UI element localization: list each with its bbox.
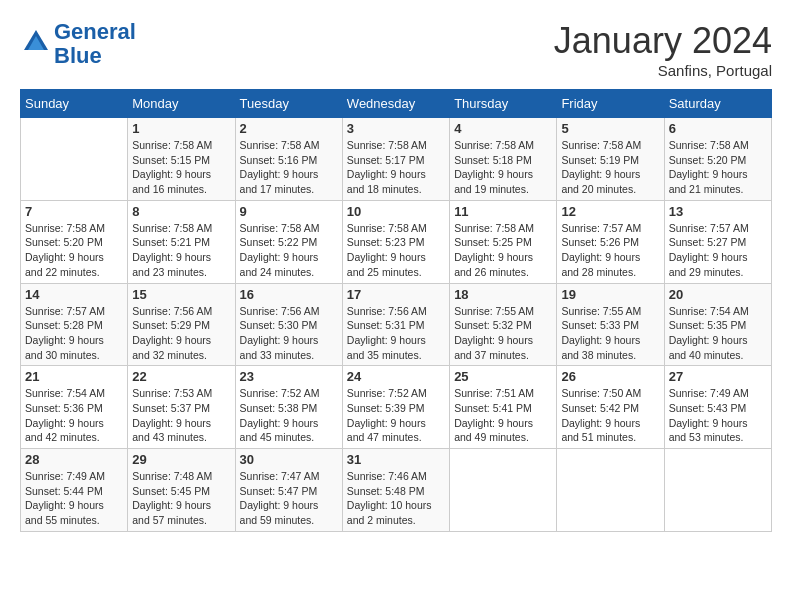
day-number: 31 [347,452,445,467]
location-subtitle: Sanfins, Portugal [554,62,772,79]
day-number: 4 [454,121,552,136]
day-number: 19 [561,287,659,302]
weekday-header: Thursday [450,90,557,118]
calendar-cell: 4Sunrise: 7:58 AM Sunset: 5:18 PM Daylig… [450,118,557,201]
day-info: Sunrise: 7:58 AM Sunset: 5:20 PM Dayligh… [669,138,767,197]
calendar-week-row: 14Sunrise: 7:57 AM Sunset: 5:28 PM Dayli… [21,283,772,366]
day-number: 17 [347,287,445,302]
day-info: Sunrise: 7:56 AM Sunset: 5:29 PM Dayligh… [132,304,230,363]
calendar-cell: 6Sunrise: 7:58 AM Sunset: 5:20 PM Daylig… [664,118,771,201]
day-info: Sunrise: 7:58 AM Sunset: 5:21 PM Dayligh… [132,221,230,280]
day-number: 14 [25,287,123,302]
day-info: Sunrise: 7:57 AM Sunset: 5:28 PM Dayligh… [25,304,123,363]
day-number: 8 [132,204,230,219]
calendar-week-row: 1Sunrise: 7:58 AM Sunset: 5:15 PM Daylig… [21,118,772,201]
calendar-week-row: 7Sunrise: 7:58 AM Sunset: 5:20 PM Daylig… [21,200,772,283]
day-number: 16 [240,287,338,302]
day-number: 12 [561,204,659,219]
day-info: Sunrise: 7:58 AM Sunset: 5:23 PM Dayligh… [347,221,445,280]
day-info: Sunrise: 7:58 AM Sunset: 5:20 PM Dayligh… [25,221,123,280]
logo-text: General Blue [54,20,136,68]
day-number: 7 [25,204,123,219]
calendar-cell: 7Sunrise: 7:58 AM Sunset: 5:20 PM Daylig… [21,200,128,283]
calendar-cell: 25Sunrise: 7:51 AM Sunset: 5:41 PM Dayli… [450,366,557,449]
day-number: 5 [561,121,659,136]
calendar-cell: 20Sunrise: 7:54 AM Sunset: 5:35 PM Dayli… [664,283,771,366]
calendar-cell: 9Sunrise: 7:58 AM Sunset: 5:22 PM Daylig… [235,200,342,283]
day-number: 21 [25,369,123,384]
calendar-cell: 13Sunrise: 7:57 AM Sunset: 5:27 PM Dayli… [664,200,771,283]
calendar-cell: 17Sunrise: 7:56 AM Sunset: 5:31 PM Dayli… [342,283,449,366]
calendar-cell: 15Sunrise: 7:56 AM Sunset: 5:29 PM Dayli… [128,283,235,366]
day-info: Sunrise: 7:58 AM Sunset: 5:17 PM Dayligh… [347,138,445,197]
calendar-cell: 3Sunrise: 7:58 AM Sunset: 5:17 PM Daylig… [342,118,449,201]
day-info: Sunrise: 7:58 AM Sunset: 5:25 PM Dayligh… [454,221,552,280]
calendar-cell: 18Sunrise: 7:55 AM Sunset: 5:32 PM Dayli… [450,283,557,366]
day-info: Sunrise: 7:46 AM Sunset: 5:48 PM Dayligh… [347,469,445,528]
weekday-header: Saturday [664,90,771,118]
calendar-cell: 29Sunrise: 7:48 AM Sunset: 5:45 PM Dayli… [128,449,235,532]
logo-icon [20,28,52,60]
logo: General Blue [20,20,136,68]
weekday-header: Friday [557,90,664,118]
day-number: 22 [132,369,230,384]
day-number: 1 [132,121,230,136]
day-info: Sunrise: 7:54 AM Sunset: 5:35 PM Dayligh… [669,304,767,363]
day-number: 23 [240,369,338,384]
day-number: 25 [454,369,552,384]
calendar-cell: 26Sunrise: 7:50 AM Sunset: 5:42 PM Dayli… [557,366,664,449]
calendar-cell [557,449,664,532]
calendar-cell: 28Sunrise: 7:49 AM Sunset: 5:44 PM Dayli… [21,449,128,532]
day-number: 6 [669,121,767,136]
day-info: Sunrise: 7:53 AM Sunset: 5:37 PM Dayligh… [132,386,230,445]
day-number: 11 [454,204,552,219]
weekday-header: Wednesday [342,90,449,118]
calendar-cell: 1Sunrise: 7:58 AM Sunset: 5:15 PM Daylig… [128,118,235,201]
day-info: Sunrise: 7:58 AM Sunset: 5:22 PM Dayligh… [240,221,338,280]
day-info: Sunrise: 7:58 AM Sunset: 5:15 PM Dayligh… [132,138,230,197]
calendar-cell: 5Sunrise: 7:58 AM Sunset: 5:19 PM Daylig… [557,118,664,201]
day-info: Sunrise: 7:55 AM Sunset: 5:33 PM Dayligh… [561,304,659,363]
calendar-cell: 22Sunrise: 7:53 AM Sunset: 5:37 PM Dayli… [128,366,235,449]
title-block: January 2024 Sanfins, Portugal [554,20,772,79]
day-number: 30 [240,452,338,467]
weekday-header: Sunday [21,90,128,118]
day-info: Sunrise: 7:52 AM Sunset: 5:39 PM Dayligh… [347,386,445,445]
calendar-cell: 16Sunrise: 7:56 AM Sunset: 5:30 PM Dayli… [235,283,342,366]
day-number: 2 [240,121,338,136]
day-number: 28 [25,452,123,467]
day-info: Sunrise: 7:56 AM Sunset: 5:31 PM Dayligh… [347,304,445,363]
day-number: 20 [669,287,767,302]
calendar-cell: 31Sunrise: 7:46 AM Sunset: 5:48 PM Dayli… [342,449,449,532]
day-number: 3 [347,121,445,136]
day-number: 15 [132,287,230,302]
day-info: Sunrise: 7:57 AM Sunset: 5:26 PM Dayligh… [561,221,659,280]
calendar-cell [21,118,128,201]
day-number: 13 [669,204,767,219]
page-header: General Blue January 2024 Sanfins, Portu… [20,20,772,79]
day-info: Sunrise: 7:50 AM Sunset: 5:42 PM Dayligh… [561,386,659,445]
day-info: Sunrise: 7:55 AM Sunset: 5:32 PM Dayligh… [454,304,552,363]
day-info: Sunrise: 7:49 AM Sunset: 5:44 PM Dayligh… [25,469,123,528]
calendar-cell: 27Sunrise: 7:49 AM Sunset: 5:43 PM Dayli… [664,366,771,449]
calendar-week-row: 21Sunrise: 7:54 AM Sunset: 5:36 PM Dayli… [21,366,772,449]
day-info: Sunrise: 7:56 AM Sunset: 5:30 PM Dayligh… [240,304,338,363]
day-info: Sunrise: 7:58 AM Sunset: 5:16 PM Dayligh… [240,138,338,197]
calendar-cell [664,449,771,532]
month-title: January 2024 [554,20,772,62]
calendar-week-row: 28Sunrise: 7:49 AM Sunset: 5:44 PM Dayli… [21,449,772,532]
day-number: 9 [240,204,338,219]
calendar-body: 1Sunrise: 7:58 AM Sunset: 5:15 PM Daylig… [21,118,772,532]
calendar-cell: 12Sunrise: 7:57 AM Sunset: 5:26 PM Dayli… [557,200,664,283]
day-info: Sunrise: 7:58 AM Sunset: 5:19 PM Dayligh… [561,138,659,197]
weekday-header: Monday [128,90,235,118]
day-info: Sunrise: 7:47 AM Sunset: 5:47 PM Dayligh… [240,469,338,528]
day-info: Sunrise: 7:58 AM Sunset: 5:18 PM Dayligh… [454,138,552,197]
calendar-cell: 10Sunrise: 7:58 AM Sunset: 5:23 PM Dayli… [342,200,449,283]
day-info: Sunrise: 7:49 AM Sunset: 5:43 PM Dayligh… [669,386,767,445]
calendar-cell: 23Sunrise: 7:52 AM Sunset: 5:38 PM Dayli… [235,366,342,449]
day-number: 26 [561,369,659,384]
weekday-header: Tuesday [235,90,342,118]
calendar-header-row: SundayMondayTuesdayWednesdayThursdayFrid… [21,90,772,118]
day-number: 18 [454,287,552,302]
